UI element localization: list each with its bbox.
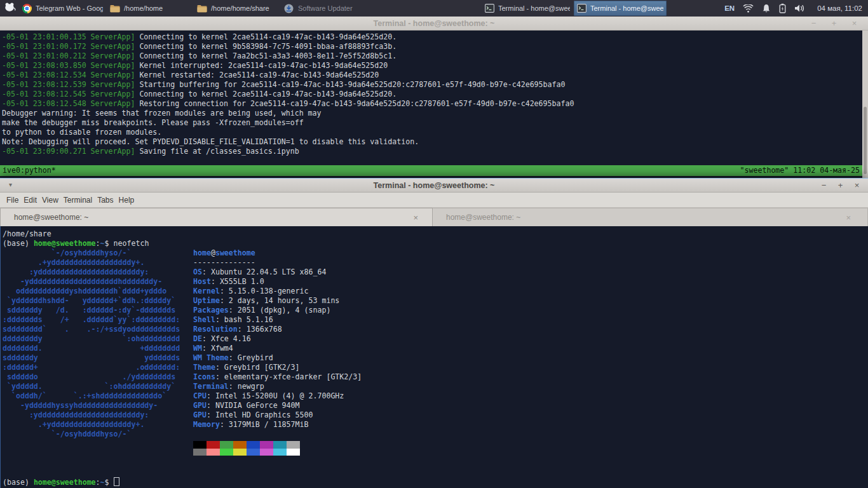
minimize-button[interactable]: − — [809, 18, 818, 28]
palette-swatch — [233, 441, 247, 449]
palette-swatch — [193, 449, 207, 456]
palette-swatch — [273, 441, 287, 449]
taskbar-button[interactable]: /home/home — [106, 1, 193, 16]
folder-icon — [109, 4, 120, 13]
maximize-button[interactable]: + — [829, 18, 839, 28]
palette-swatch — [220, 449, 233, 456]
palette-swatch — [207, 441, 220, 449]
scrollbar[interactable] — [862, 30, 868, 178]
close-button[interactable]: × — [850, 18, 859, 28]
log-line: Note: Debugging will proceed. Set PYDEVD… — [2, 137, 574, 147]
server-log: -05-01 23:01:00.135 ServerApp] Connectin… — [2, 32, 574, 156]
log-line: make the debugger miss breakpoints. Plea… — [2, 118, 574, 128]
screen-host-clock: "sweethome" 11:02 04-мая-25 — [740, 165, 860, 176]
wifi-icon[interactable] — [743, 4, 754, 13]
whisker-mouse-icon — [4, 2, 16, 15]
terminal-cursor — [114, 477, 119, 486]
palette-swatch — [287, 441, 300, 449]
tab-close-icon[interactable]: × — [413, 213, 418, 222]
log-line: -05-01 23:01:00.172 ServerApp] Connectin… — [2, 42, 574, 51]
taskbar-button[interactable]: Terminal - home@sweeth... — [574, 1, 667, 16]
taskbar-button-label: /home/home/share — [211, 4, 269, 12]
palette-row — [193, 449, 868, 456]
neofetch-info: home@sweethome--------------OS: Xubuntu … — [193, 248, 362, 430]
keyboard-layout-indicator[interactable]: EN — [724, 4, 735, 12]
palette-swatch — [233, 449, 247, 456]
neofetch-info-row: Icons: elementary-xfce-darker [GTK2/3] — [193, 372, 362, 382]
menu-item-terminal[interactable]: Terminal — [61, 196, 95, 205]
log-line: to python to disable frozen modules. — [2, 128, 574, 137]
taskbar-button[interactable]: /home/home/share — [193, 1, 280, 16]
log-line: -05-01 23:08:12.539 ServerApp] Starting … — [2, 80, 574, 90]
neofetch-separator: -------------- — [193, 258, 362, 268]
tab-label: home@sweethome: ~ — [446, 213, 520, 222]
menu-bar: FileEditViewTerminalTabsHelp — [0, 193, 868, 208]
palette-swatch — [247, 441, 260, 449]
log-timestamp: -05-01 23:08:03.850 ServerApp] — [2, 61, 135, 70]
terminal-tab[interactable]: home@sweethome: ~× — [433, 208, 868, 226]
neofetch-info-row: WM: Xfwm4 — [193, 344, 362, 353]
background-terminal-viewport[interactable]: -05-01 23:01:00.135 ServerApp] Connectin… — [0, 30, 868, 178]
updater-icon — [283, 4, 294, 13]
tab-bar: home@sweethome: ~×home@sweethome: ~× — [0, 208, 868, 226]
menu-item-edit[interactable]: Edit — [21, 196, 39, 205]
neofetch-info-row: Shell: bash 5.1.16 — [193, 315, 362, 325]
neofetch-info-row: GPU: NVIDIA GeForce 940M — [193, 401, 362, 410]
terminal-prompt-line: (base) home@sweethome:~$ — [1, 477, 868, 487]
battery-icon[interactable] — [779, 3, 786, 13]
palette-swatch — [273, 449, 287, 456]
log-line: -05-01 23:08:12.534 ServerApp] Kernel re… — [2, 71, 574, 80]
terminal-prompt-line: (base) home@sweethome:~$ neofetch — [1, 239, 868, 248]
chrome-icon — [22, 4, 32, 13]
user-host: home@sweethome — [34, 478, 96, 487]
minimize-button[interactable]: − — [819, 180, 829, 190]
cwd: ~ — [100, 239, 105, 248]
terminal-icon — [577, 4, 587, 13]
applications-menu-button[interactable] — [0, 0, 19, 17]
taskbar-button[interactable]: Telegram Web - Google C... — [19, 1, 106, 16]
top-panel: Telegram Web - Google C.../home/home/hom… — [0, 0, 868, 17]
terminal-color-palette — [193, 439, 868, 458]
tab-label: home@sweethome: ~ — [14, 213, 88, 222]
taskbar-button[interactable]: Software Updater — [280, 1, 367, 16]
log-timestamp: -05-01 23:01:00.135 ServerApp] — [2, 32, 135, 41]
terminal-viewport[interactable]: /home/share (base) home@sweethome:~$ neo… — [0, 226, 868, 488]
conda-env: (base) — [3, 478, 34, 487]
scrollbar-thumb[interactable] — [864, 107, 867, 174]
terminal-tab[interactable]: home@sweethome: ~× — [0, 208, 433, 226]
close-button[interactable]: × — [852, 180, 862, 190]
menu-item-view[interactable]: View — [39, 196, 61, 205]
clock[interactable]: 04 мая, 11:02 — [817, 4, 862, 12]
taskbar-button-label: /home/home — [124, 4, 163, 12]
neofetch-info-row: WM Theme: Greybird — [193, 353, 362, 363]
volume-icon[interactable] — [794, 4, 805, 13]
terminal-output-line: /home/share — [1, 229, 868, 239]
palette-swatch — [193, 441, 207, 449]
taskbar-button[interactable]: Terminal - home@sweeth... — [482, 1, 573, 16]
neofetch-info-row: Memory: 3179MiB / 11857MiB — [193, 420, 362, 430]
background-window-title: Terminal - home@sweethome: ~ — [374, 19, 495, 28]
tray-icons — [743, 3, 805, 13]
log-timestamp: -05-01 23:08:12.534 ServerApp] — [2, 71, 135, 79]
log-timestamp: -05-01 23:01:00.212 ServerApp] — [2, 51, 135, 60]
neofetch-info-row: GPU: Intel HD Graphics 5500 — [193, 410, 362, 420]
palette-swatch — [260, 449, 273, 456]
window-menu-icon[interactable]: ▾ — [9, 181, 12, 188]
log-timestamp: -05-01 23:08:12.539 ServerApp] — [2, 80, 135, 89]
window-titlebar[interactable]: ▾ Terminal - home@sweethome: ~ − + × — [0, 178, 868, 193]
maximize-button[interactable]: + — [836, 180, 845, 190]
log-line: -05-01 23:08:12.548 ServerApp] Restoring… — [2, 99, 574, 109]
menu-item-help[interactable]: Help — [116, 196, 137, 205]
tab-close-icon[interactable]: × — [846, 213, 851, 222]
log-timestamp: -05-01 23:01:00.172 ServerApp] — [2, 42, 135, 51]
neofetch-info-row: CPU: Intel i5-5200U (4) @ 2.700GHz — [193, 391, 362, 401]
menu-item-tabs[interactable]: Tabs — [95, 196, 116, 205]
bell-icon[interactable] — [762, 4, 771, 13]
system-tray: EN 04 мая, 11:02 — [724, 0, 868, 17]
background-window-titlebar[interactable]: Terminal - home@sweethome: ~ − + × — [0, 17, 868, 30]
taskbar-button-label: Telegram Web - Google C... — [36, 4, 103, 12]
neofetch-output: `-/osyhddddhyso/-` .+ydddddddddddddddddd… — [1, 248, 868, 458]
palette-swatch — [260, 441, 273, 449]
neofetch-user-host: home@sweethome — [193, 248, 362, 258]
menu-item-file[interactable]: File — [4, 196, 21, 205]
